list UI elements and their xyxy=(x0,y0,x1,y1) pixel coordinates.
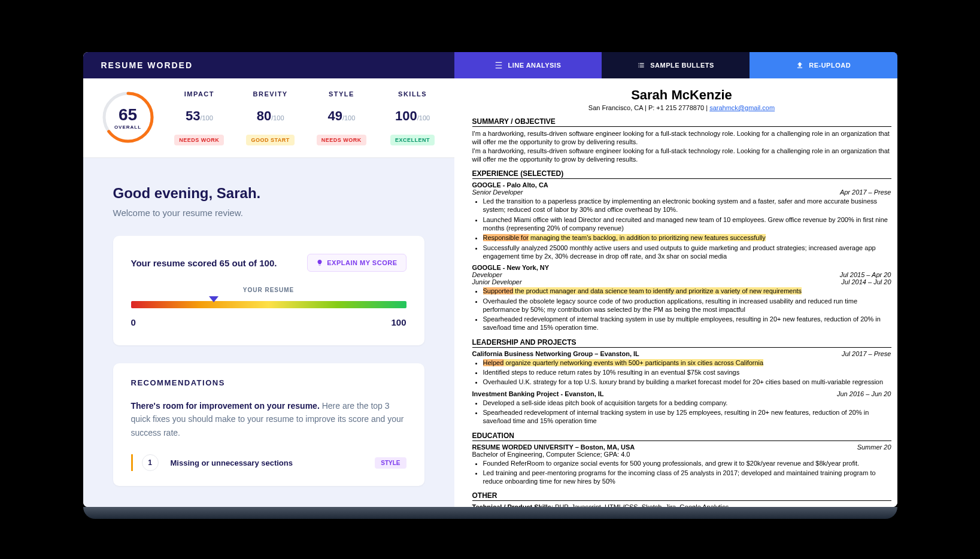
score-skills: SKILLS 100/100 EXCELLENT xyxy=(383,90,442,145)
greeting-title: Good evening, Sarah. xyxy=(113,185,424,202)
score-summary: Your resume scored 65 out of 100. xyxy=(131,258,277,268)
score-style: STYLE 49/100 NEEDS WORK xyxy=(312,90,371,145)
style-badge: STYLE xyxy=(375,457,406,469)
tab-line-analysis[interactable]: LINE ANALYSIS xyxy=(454,52,602,78)
email-link[interactable]: sarahmck@gmail.com xyxy=(709,104,775,111)
greeting-subtitle: Welcome to your resume review. xyxy=(113,208,424,218)
bulb-icon xyxy=(316,259,323,266)
list-icon xyxy=(637,61,645,69)
overall-score: 65 OVERALL xyxy=(101,90,155,144)
score-brevity: BREVITY 80/100 GOOD START xyxy=(241,90,300,145)
analysis-icon xyxy=(494,61,503,69)
explain-score-button[interactable]: EXPLAIN MY SCORE xyxy=(307,254,406,272)
brand-logo: RESUME WORDED xyxy=(83,52,454,78)
scores-row: 65 OVERALL IMPACT 53/100 NEEDS WORK BREV… xyxy=(83,78,454,158)
upload-icon xyxy=(796,61,804,69)
score-impact: IMPACT 53/100 NEEDS WORK xyxy=(170,90,229,145)
tab-sample-bullets[interactable]: SAMPLE BULLETS xyxy=(602,52,750,78)
tab-reupload[interactable]: RE-UPLOAD xyxy=(750,52,897,78)
score-gauge xyxy=(131,301,406,308)
resume-preview: Sarah McKenzie San Francisco, CA | P: +1… xyxy=(454,78,897,507)
recommendation-item[interactable]: 1 Missing or unnecessary sections STYLE xyxy=(131,454,406,471)
recommendations-card: RECOMMENDATIONS There's room for improve… xyxy=(113,363,424,486)
score-card: Your resume scored 65 out of 100. EXPLAI… xyxy=(113,236,424,345)
